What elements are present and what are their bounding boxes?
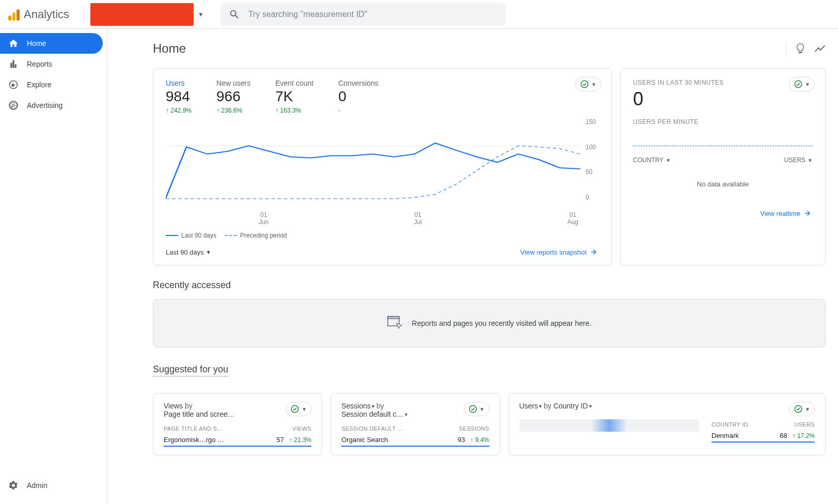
product-name: Analytics (24, 8, 69, 21)
realtime-card: ▼ USERS IN LAST 30 MINUTES 0 USERS PER M… (620, 68, 826, 265)
verify-chip[interactable]: ▼ (464, 402, 489, 416)
card-title: Sessions ▾ by Session default c… ▾ (341, 402, 424, 418)
check-circle-icon (468, 404, 478, 414)
metric-tab-newusers[interactable]: New users 966 ↑ 236.6% (216, 79, 275, 114)
svg-rect-8 (388, 317, 399, 319)
lightbulb-icon[interactable] (795, 43, 806, 54)
logo-block[interactable]: Analytics (8, 8, 77, 21)
arrow-right-icon (590, 247, 599, 257)
col-label: PAGE TITLE AND S… (164, 426, 223, 432)
date-range-selector[interactable]: Last 90 days▼ (166, 248, 211, 256)
reports-icon (8, 59, 19, 69)
svg-point-4 (581, 81, 588, 88)
sidebar-item-explore[interactable]: Explore (0, 74, 103, 95)
card-title: Views by Page title and scree… (164, 402, 246, 418)
insights-icon[interactable] (814, 43, 826, 54)
sidebar-item-label: Home (27, 39, 46, 48)
check-circle-icon (794, 80, 803, 89)
gear-icon (8, 480, 19, 491)
suggested-card-sessions: ▼ Sessions ▾ by Session default c… ▾ SES… (330, 393, 500, 455)
sidebar-item-advertising[interactable]: Advertising (0, 95, 103, 116)
cursor-frame-icon (387, 316, 404, 330)
advertising-icon (8, 100, 19, 111)
col-label: USERS (795, 421, 815, 428)
sidebar-item-admin[interactable]: Admin (0, 475, 56, 496)
col-label: SESSION DEFAULT … (341, 426, 403, 432)
rt-users-value: 0 (633, 88, 813, 110)
verify-chip[interactable]: ▼ (575, 77, 601, 91)
table-row[interactable]: Denmark 68↑ 17.2% (711, 428, 815, 443)
sidebar-item-reports[interactable]: Reports (0, 54, 103, 74)
col-label: VIEWS (292, 426, 311, 432)
section-recent-title: Recently accessed (153, 280, 826, 291)
sidebar-item-label: Reports (27, 60, 52, 68)
chevron-down-icon: ▼ (591, 82, 596, 87)
svg-point-3 (824, 45, 825, 47)
check-circle-icon (794, 404, 803, 414)
svg-point-11 (795, 405, 802, 413)
rt-users-label: USERS IN LAST 30 MINUTES (633, 79, 813, 86)
search-input[interactable] (248, 10, 497, 19)
x-tick: 01Jun (259, 211, 268, 226)
rt-upm-label: USERS PER MINUTE (633, 118, 813, 125)
sidebar-item-label: Explore (27, 81, 51, 89)
metric-tab-eventcount[interactable]: Event count 7K ↑ 163.3% (275, 79, 338, 114)
sidebar-item-label: Admin (27, 481, 48, 490)
page-title: Home (153, 41, 186, 56)
users-column[interactable]: USERS ▼ (784, 156, 813, 164)
view-reports-link[interactable]: View reports snapshot (520, 247, 599, 257)
users-per-minute-chart (633, 130, 813, 146)
chevron-down-icon: ▼ (805, 82, 810, 87)
no-data-text: No data available (633, 180, 813, 188)
section-suggested-title: Suggested for you (153, 364, 228, 376)
sidebar: Home Reports Explore Advertising Admin (0, 29, 107, 504)
x-tick: 01Aug (567, 211, 578, 226)
x-tick: 01Jul (414, 211, 422, 226)
metric-tab-conversions[interactable]: Conversions 0 - (338, 79, 403, 114)
legend-current: Last 90 days (166, 232, 216, 239)
explore-icon (8, 80, 19, 90)
verify-chip[interactable]: ▼ (789, 77, 815, 91)
summary-card: ▼ Users 984 ↑ 242.9% New users 966 ↑ 236… (153, 68, 612, 265)
check-circle-icon (290, 404, 299, 414)
svg-point-2 (820, 49, 821, 51)
table-row[interactable]: Ergonomisk…rgo Design 57↑ 21.3% (164, 432, 311, 447)
search-icon (229, 9, 240, 20)
col-label: SESSIONS (459, 426, 489, 432)
main-content: Home ▼ Users 984 ↑ 242.9% (107, 29, 838, 504)
svg-point-1 (818, 48, 819, 49)
home-icon (8, 38, 19, 49)
svg-point-6 (795, 81, 802, 88)
col-label: COUNTRY ID (711, 421, 748, 428)
verify-chip[interactable]: ▼ (789, 402, 815, 416)
analytics-logo-icon (8, 8, 20, 21)
search-bar[interactable] (220, 3, 505, 26)
sidebar-item-label: Advertising (27, 101, 62, 109)
check-circle-icon (580, 80, 589, 89)
svg-point-10 (469, 405, 477, 413)
legend-prev: Preceding period (225, 232, 287, 239)
divider (84, 6, 84, 23)
country-column[interactable]: COUNTRY ▼ (633, 156, 671, 164)
top-bar: Analytics ▼ (0, 0, 838, 29)
account-caret-icon[interactable]: ▼ (194, 11, 208, 18)
svg-point-9 (292, 405, 299, 413)
svg-point-0 (815, 50, 816, 52)
verify-chip[interactable]: ▼ (286, 402, 311, 416)
summary-chart: 150 100 50 0 (166, 118, 599, 211)
table-row[interactable]: Organic Search 93↑ 9.4% (341, 432, 489, 447)
recent-empty-text: Reports and pages you recently visited w… (412, 319, 592, 327)
suggested-card-country: ▼ Users ▾ by Country ID ▾ COUNTRY ID USE… (509, 393, 826, 455)
account-selector-redacted[interactable] (90, 3, 194, 26)
map-placeholder (519, 414, 700, 432)
recent-empty-box: Reports and pages you recently visited w… (153, 299, 826, 348)
metric-tab-users[interactable]: Users 984 ↑ 242.9% (166, 79, 216, 114)
sidebar-item-home[interactable]: Home (0, 33, 103, 54)
card-title: Users ▾ by Country ID ▾ (519, 402, 815, 410)
arrow-right-icon (803, 209, 813, 218)
view-realtime-link[interactable]: View realtime (760, 209, 813, 218)
suggested-card-views: ▼ Views by Page title and scree… PAGE TI… (153, 393, 322, 455)
